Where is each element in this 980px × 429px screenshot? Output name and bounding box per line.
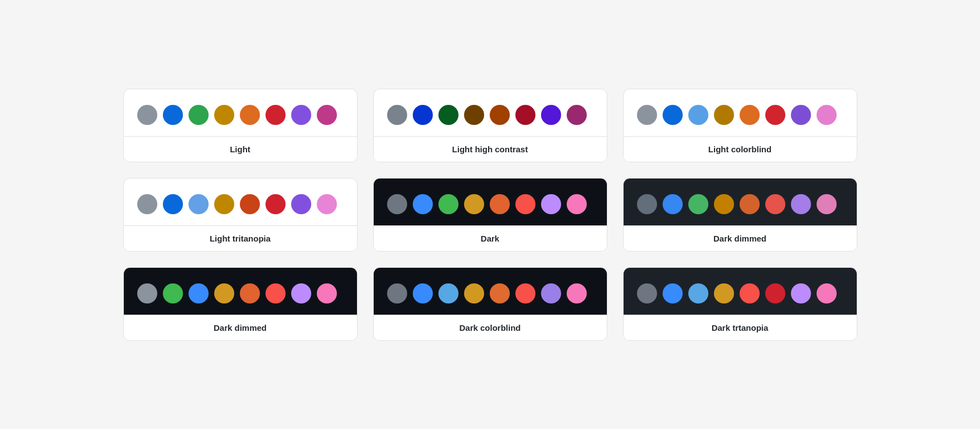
theme-card-light-tritanopia[interactable]: Light tritanopia bbox=[123, 178, 358, 252]
theme-card-dark-colorblind[interactable]: Dark colorblind bbox=[373, 267, 607, 341]
color-dot-0 bbox=[637, 194, 657, 214]
color-dot-3 bbox=[714, 283, 734, 303]
color-dot-2 bbox=[438, 283, 458, 303]
color-dot-5 bbox=[265, 283, 286, 303]
color-dot-0 bbox=[387, 194, 407, 214]
color-dot-6 bbox=[541, 105, 561, 125]
color-dot-1 bbox=[413, 283, 433, 303]
theme-card-dark-tritanopia[interactable]: Dark trtanopia bbox=[623, 267, 857, 341]
theme-card-dark-dimmed2[interactable]: Dark dimmed bbox=[123, 267, 358, 341]
theme-label-light: Light bbox=[124, 136, 357, 162]
color-dot-4 bbox=[240, 105, 260, 125]
color-dot-6 bbox=[791, 105, 811, 125]
color-dot-2 bbox=[189, 194, 209, 214]
color-dot-0 bbox=[637, 283, 657, 303]
color-dot-5 bbox=[765, 105, 785, 125]
theme-swatch-dark-colorblind bbox=[374, 268, 607, 315]
color-dot-2 bbox=[688, 194, 708, 214]
color-dot-3 bbox=[214, 194, 234, 214]
color-dot-6 bbox=[791, 283, 811, 303]
color-dot-4 bbox=[240, 283, 260, 303]
color-dot-5 bbox=[265, 194, 286, 214]
color-dot-6 bbox=[291, 105, 311, 125]
color-dot-2 bbox=[189, 105, 209, 125]
theme-swatch-dark-dimmed bbox=[624, 179, 857, 225]
color-dot-1 bbox=[163, 105, 183, 125]
color-dot-7 bbox=[817, 194, 837, 214]
color-dot-6 bbox=[541, 194, 561, 214]
color-dot-6 bbox=[791, 194, 811, 214]
color-dot-1 bbox=[413, 194, 433, 214]
theme-label-light-colorblind: Light colorblind bbox=[624, 136, 857, 162]
theme-card-light-high-contrast[interactable]: Light high contrast bbox=[373, 89, 607, 162]
color-dot-3 bbox=[464, 283, 484, 303]
color-dot-1 bbox=[663, 283, 683, 303]
theme-card-dark-dimmed[interactable]: Dark dimmed bbox=[623, 178, 857, 252]
theme-swatch-dark-tritanopia bbox=[624, 268, 857, 315]
color-dot-2 bbox=[438, 194, 458, 214]
color-dot-7 bbox=[317, 194, 337, 214]
color-dot-2 bbox=[688, 105, 708, 125]
color-dot-3 bbox=[214, 105, 234, 125]
color-dot-7 bbox=[317, 283, 337, 303]
color-dot-4 bbox=[240, 194, 260, 214]
color-dot-3 bbox=[214, 283, 234, 303]
theme-swatch-light-tritanopia bbox=[124, 179, 357, 225]
color-dot-5 bbox=[515, 105, 535, 125]
color-dot-5 bbox=[265, 105, 286, 125]
theme-card-light[interactable]: Light bbox=[123, 89, 358, 162]
color-dot-2 bbox=[438, 105, 458, 125]
theme-card-light-colorblind[interactable]: Light colorblind bbox=[623, 89, 857, 162]
color-dot-7 bbox=[817, 105, 837, 125]
theme-label-dark-colorblind: Dark colorblind bbox=[374, 315, 607, 340]
color-dot-6 bbox=[291, 283, 311, 303]
theme-swatch-light-colorblind bbox=[624, 89, 857, 136]
theme-swatch-light bbox=[124, 89, 357, 136]
color-dot-6 bbox=[291, 194, 311, 214]
color-dot-7 bbox=[567, 283, 587, 303]
color-dot-1 bbox=[163, 283, 183, 303]
color-dot-7 bbox=[817, 283, 837, 303]
color-dot-4 bbox=[740, 105, 760, 125]
color-dot-5 bbox=[765, 283, 785, 303]
color-dot-4 bbox=[490, 194, 510, 214]
theme-label-light-tritanopia: Light tritanopia bbox=[124, 225, 357, 251]
color-dot-5 bbox=[765, 194, 785, 214]
color-dot-6 bbox=[541, 283, 561, 303]
color-dot-0 bbox=[387, 105, 407, 125]
color-dot-5 bbox=[515, 283, 535, 303]
color-dot-1 bbox=[163, 194, 183, 214]
theme-label-dark-dimmed: Dark dimmed bbox=[624, 225, 857, 251]
theme-swatch-dark-dimmed2 bbox=[124, 268, 357, 315]
color-dot-0 bbox=[637, 105, 657, 125]
color-dot-2 bbox=[189, 283, 209, 303]
theme-card-dark[interactable]: Dark bbox=[373, 178, 607, 252]
theme-swatch-light-high-contrast bbox=[374, 89, 607, 136]
color-dot-0 bbox=[137, 194, 157, 214]
color-dot-1 bbox=[413, 105, 433, 125]
color-dot-3 bbox=[714, 194, 734, 214]
color-dot-5 bbox=[515, 194, 535, 214]
color-dot-3 bbox=[464, 105, 484, 125]
color-dot-4 bbox=[490, 283, 510, 303]
color-dot-0 bbox=[137, 283, 157, 303]
color-dot-0 bbox=[137, 105, 157, 125]
color-dot-4 bbox=[740, 283, 760, 303]
color-dot-7 bbox=[567, 105, 587, 125]
theme-swatch-dark bbox=[374, 179, 607, 225]
theme-label-dark-tritanopia: Dark trtanopia bbox=[624, 315, 857, 340]
theme-label-light-high-contrast: Light high contrast bbox=[374, 136, 607, 162]
theme-label-dark: Dark bbox=[374, 225, 607, 251]
color-dot-1 bbox=[663, 194, 683, 214]
color-dot-3 bbox=[464, 194, 484, 214]
color-dot-4 bbox=[740, 194, 760, 214]
theme-label-dark-dimmed2: Dark dimmed bbox=[124, 315, 357, 340]
color-dot-7 bbox=[567, 194, 587, 214]
color-dot-7 bbox=[317, 105, 337, 125]
color-dot-4 bbox=[490, 105, 510, 125]
color-dot-2 bbox=[688, 283, 708, 303]
color-dot-1 bbox=[663, 105, 683, 125]
color-dot-3 bbox=[714, 105, 734, 125]
themes-grid: LightLight high contrastLight colorblind… bbox=[101, 66, 880, 363]
color-dot-0 bbox=[387, 283, 407, 303]
